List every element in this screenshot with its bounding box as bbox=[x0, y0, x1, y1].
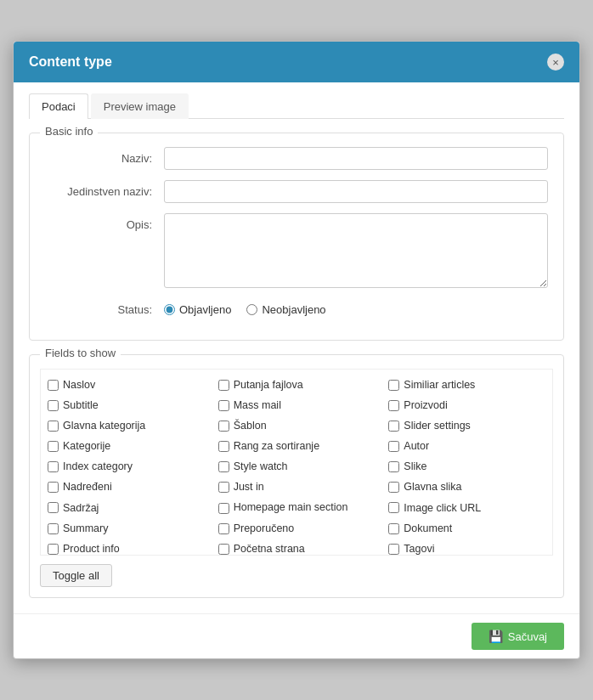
field-tagovi[interactable]: Tagovi bbox=[385, 540, 549, 556]
field-dokument-checkbox[interactable] bbox=[388, 523, 399, 534]
save-label: Sačuvaj bbox=[508, 630, 547, 643]
field-image-click-url-checkbox[interactable] bbox=[388, 502, 399, 513]
field-sadrzaj-checkbox[interactable] bbox=[48, 502, 59, 513]
basic-info-section: Basic info Naziv: Jedinstven naziv: Opis… bbox=[29, 133, 564, 341]
field-preporuceno[interactable]: Preporučeno bbox=[215, 520, 379, 537]
field-pocetna-strana-label: Početna strana bbox=[234, 543, 305, 555]
field-style-watch-checkbox[interactable] bbox=[218, 461, 229, 472]
field-slider-settings-label: Slider settings bbox=[404, 420, 471, 432]
field-slike-label: Slike bbox=[404, 460, 426, 472]
field-preporuceno-checkbox[interactable] bbox=[218, 523, 229, 534]
close-button[interactable]: × bbox=[547, 54, 564, 71]
field-sablon[interactable]: Šablon bbox=[215, 417, 379, 434]
field-mass-mail[interactable]: Mass mail bbox=[215, 397, 379, 414]
field-index-category[interactable]: Index category bbox=[44, 458, 208, 475]
fields-scroll-area[interactable]: Naslov Putanja fajlova Similiar articles… bbox=[40, 369, 553, 556]
field-putanja-fajlova-checkbox[interactable] bbox=[218, 380, 229, 391]
field-autor[interactable]: Autor bbox=[385, 438, 549, 454]
tab-bar: Podaci Preview image bbox=[29, 93, 564, 119]
field-naslov[interactable]: Naslov bbox=[44, 376, 208, 393]
field-product-info-label: Product info bbox=[63, 543, 120, 555]
save-icon: 💾 bbox=[489, 629, 503, 643]
field-subtitle-checkbox[interactable] bbox=[48, 400, 59, 411]
toggle-all-button[interactable]: Toggle all bbox=[40, 564, 112, 587]
basic-info-legend: Basic info bbox=[40, 125, 98, 138]
field-autor-label: Autor bbox=[404, 440, 429, 452]
field-summary[interactable]: Summary bbox=[44, 520, 208, 537]
field-just-in[interactable]: Just in bbox=[215, 478, 379, 495]
status-neobjavljeno-text: Neobjavljeno bbox=[262, 303, 325, 316]
field-homepage-main-section-label: Homepage main section bbox=[234, 501, 348, 513]
field-similiar-articles-checkbox[interactable] bbox=[388, 380, 399, 391]
jedinstven-naziv-input[interactable] bbox=[164, 180, 548, 203]
status-objavljeno-radio[interactable] bbox=[164, 304, 175, 315]
field-homepage-main-section[interactable]: Homepage main section bbox=[215, 499, 379, 517]
field-kategorije-label: Kategorije bbox=[63, 440, 110, 452]
modal-body: Podaci Preview image Basic info Naziv: J… bbox=[14, 82, 579, 613]
field-preporuceno-label: Preporučeno bbox=[234, 522, 295, 534]
field-glavna-slika-label: Glavna slika bbox=[404, 481, 461, 493]
field-image-click-url[interactable]: Image click URL bbox=[385, 499, 549, 517]
content-type-modal: Content type × Podaci Preview image Basi… bbox=[13, 41, 580, 659]
field-kategorije[interactable]: Kategorije bbox=[44, 438, 208, 454]
field-pocetna-strana[interactable]: Početna strana bbox=[215, 540, 379, 556]
field-summary-checkbox[interactable] bbox=[48, 523, 59, 534]
field-proizvodi-checkbox[interactable] bbox=[388, 400, 399, 411]
field-proizvodi[interactable]: Proizvodi bbox=[385, 397, 549, 414]
field-just-in-checkbox[interactable] bbox=[218, 482, 229, 493]
field-sadrzaj[interactable]: Sadržaj bbox=[44, 499, 208, 517]
naziv-input[interactable] bbox=[164, 147, 548, 170]
field-sablon-checkbox[interactable] bbox=[218, 421, 229, 432]
field-glavna-slika-checkbox[interactable] bbox=[388, 482, 399, 493]
field-putanja-fajlova[interactable]: Putanja fajlova bbox=[215, 376, 379, 393]
tab-preview-image[interactable]: Preview image bbox=[91, 93, 189, 119]
field-rang-za-sortiranje[interactable]: Rang za sortiranje bbox=[215, 438, 379, 454]
field-index-category-checkbox[interactable] bbox=[48, 461, 59, 472]
field-product-info-checkbox[interactable] bbox=[48, 544, 59, 555]
field-slike[interactable]: Slike bbox=[385, 458, 549, 475]
field-similiar-articles[interactable]: Similiar articles bbox=[385, 376, 549, 393]
field-nadredeni-checkbox[interactable] bbox=[48, 482, 59, 493]
modal-footer: 💾 Sačuvaj bbox=[14, 613, 579, 658]
field-dokument[interactable]: Dokument bbox=[385, 520, 549, 537]
field-mass-mail-checkbox[interactable] bbox=[218, 400, 229, 411]
status-objavljeno-label[interactable]: Objavljeno bbox=[164, 303, 231, 316]
naziv-row: Naziv: bbox=[45, 147, 548, 170]
save-button[interactable]: 💾 Sačuvaj bbox=[472, 623, 564, 650]
field-autor-checkbox[interactable] bbox=[388, 441, 399, 452]
opis-input[interactable] bbox=[164, 213, 548, 288]
field-naslov-checkbox[interactable] bbox=[48, 380, 59, 391]
fields-to-show-legend: Fields to show bbox=[40, 347, 121, 359]
modal-header: Content type × bbox=[14, 42, 579, 82]
field-nadredeni[interactable]: Nadređeni bbox=[44, 478, 208, 495]
field-nadredeni-label: Nadređeni bbox=[63, 481, 112, 493]
field-slider-settings[interactable]: Slider settings bbox=[385, 417, 549, 434]
fields-grid: Naslov Putanja fajlova Similiar articles… bbox=[44, 376, 549, 556]
field-glavna-kategorija-checkbox[interactable] bbox=[48, 421, 59, 432]
tab-podaci[interactable]: Podaci bbox=[29, 93, 88, 119]
status-neobjavljeno-label[interactable]: Neobjavljeno bbox=[246, 303, 325, 316]
field-homepage-main-section-checkbox[interactable] bbox=[218, 503, 229, 514]
field-subtitle-label: Subtitle bbox=[63, 399, 99, 411]
opis-row: Opis: bbox=[45, 213, 548, 288]
field-putanja-fajlova-label: Putanja fajlova bbox=[234, 379, 303, 391]
field-rang-za-sortiranje-checkbox[interactable] bbox=[218, 441, 229, 452]
field-slike-checkbox[interactable] bbox=[388, 461, 399, 472]
field-subtitle[interactable]: Subtitle bbox=[44, 397, 208, 414]
field-pocetna-strana-checkbox[interactable] bbox=[218, 544, 229, 555]
field-style-watch[interactable]: Style watch bbox=[215, 458, 379, 475]
field-image-click-url-label: Image click URL bbox=[404, 502, 481, 514]
field-summary-label: Summary bbox=[63, 522, 108, 534]
field-slider-settings-checkbox[interactable] bbox=[388, 421, 399, 432]
status-radio-group: Objavljeno Neobjavljeno bbox=[164, 298, 326, 316]
field-kategorije-checkbox[interactable] bbox=[48, 441, 59, 452]
field-index-category-label: Index category bbox=[63, 460, 133, 472]
status-neobjavljeno-radio[interactable] bbox=[246, 304, 257, 315]
field-glavna-kategorija[interactable]: Glavna kategorija bbox=[44, 417, 208, 434]
field-product-info[interactable]: Product info bbox=[44, 540, 208, 556]
field-tagovi-checkbox[interactable] bbox=[388, 544, 399, 555]
status-label: Status: bbox=[45, 298, 164, 316]
field-glavna-slika[interactable]: Glavna slika bbox=[385, 478, 549, 495]
modal-title: Content type bbox=[29, 54, 112, 70]
field-sadrzaj-label: Sadržaj bbox=[63, 502, 99, 514]
